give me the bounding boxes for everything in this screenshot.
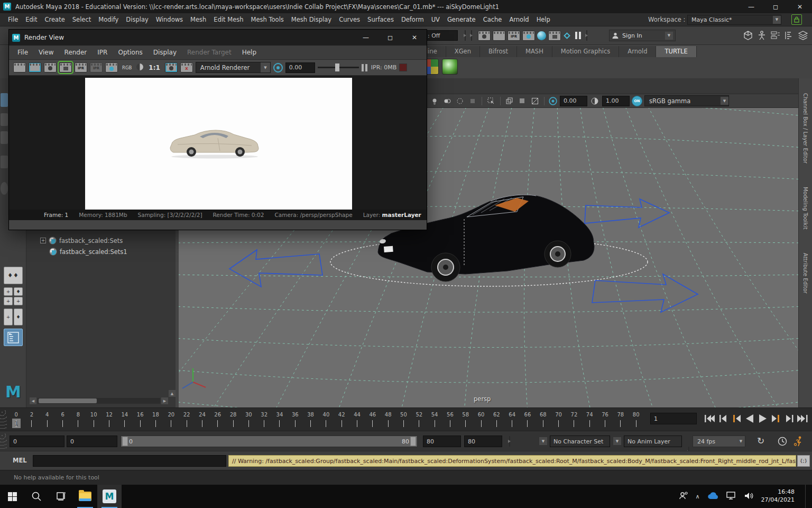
shelf-tab[interactable]: TURTLE xyxy=(656,46,696,57)
animation-start-field[interactable]: 0 xyxy=(10,436,64,447)
group-divider[interactable] xyxy=(471,30,472,41)
minimize-button[interactable]: — xyxy=(739,0,763,13)
display-exposure-icon[interactable] xyxy=(273,63,283,72)
timeline-tick[interactable]: 18 xyxy=(148,412,163,429)
render-view-menu-item[interactable]: Help xyxy=(237,49,262,56)
range-slider[interactable]: 0 80 xyxy=(121,436,418,447)
turtle-settings-icon[interactable] xyxy=(442,59,458,75)
gamma-icon[interactable] xyxy=(589,96,600,106)
timeline-tick[interactable]: 54 xyxy=(427,412,442,429)
copy-buffer-icon[interactable] xyxy=(504,96,515,106)
two-pane-layout-button[interactable]: + xyxy=(4,297,13,305)
taskbar-clock[interactable]: 16:48 27/04/2021 xyxy=(761,485,798,508)
shelf-tab[interactable]: MASH xyxy=(517,46,552,57)
drag-grip[interactable] xyxy=(0,433,7,449)
symmetry-field[interactable]: : Off xyxy=(424,30,458,41)
timeline-tick[interactable]: 22 xyxy=(179,412,194,429)
view-transform-dropdown[interactable]: sRGB gamma ▼ xyxy=(644,95,729,106)
menu-item[interactable]: Mesh Tools xyxy=(247,16,288,23)
paste-buffer-icon[interactable] xyxy=(517,96,528,106)
render-view-menu-item[interactable]: Render Target xyxy=(182,49,237,56)
lasso-tool-icon[interactable] xyxy=(1,113,8,126)
split-left-layout-button[interactable]: + xyxy=(4,309,13,325)
timeline-tick[interactable]: 58 xyxy=(458,412,473,429)
sidebar-tab[interactable]: Channel Box / Layer Editor xyxy=(802,93,808,164)
expand-icon[interactable]: + xyxy=(40,238,46,243)
timeline-tick[interactable]: 40 xyxy=(318,412,334,429)
timeline-tick[interactable]: 48 xyxy=(381,412,396,429)
render-view-menu-item[interactable]: IPR xyxy=(92,49,113,56)
step-forward-key-button[interactable] xyxy=(770,413,782,424)
modeling-toolkit-icon[interactable] xyxy=(742,30,754,41)
timeline-tick[interactable]: 68 xyxy=(536,412,551,429)
command-language-toggle[interactable]: MEL xyxy=(13,457,27,464)
keep-image-icon[interactable] xyxy=(165,62,178,72)
render-view-canvas[interactable]: size: 960 x 540 zoom: 0.493 (Arnold Rend… xyxy=(9,76,427,220)
workspace-dropdown[interactable]: Maya Classic* ▼ xyxy=(687,15,781,25)
timeline-tick[interactable]: 2 xyxy=(24,412,39,429)
group-divider[interactable] xyxy=(465,30,466,41)
menu-item[interactable]: Display xyxy=(122,16,152,23)
menu-item[interactable]: Deform xyxy=(398,16,428,23)
timeline-tick[interactable]: 62 xyxy=(489,412,504,429)
render-view-menu-item[interactable]: Render xyxy=(59,49,93,56)
channel-box-icon[interactable] xyxy=(770,30,781,41)
go-to-start-button[interactable] xyxy=(704,413,716,424)
workspace-lock-icon[interactable] xyxy=(791,14,802,25)
timeline-tick[interactable]: 6 xyxy=(55,412,70,429)
timeline-tick[interactable]: 56 xyxy=(442,412,458,429)
viewport-gamma-field[interactable]: 1.00 xyxy=(602,96,630,106)
shelf-tab[interactable]: Bifrost xyxy=(480,46,517,57)
timeline-tick[interactable]: 12 xyxy=(102,412,117,429)
single-pane-layout-button[interactable]: ♦♦ xyxy=(4,267,23,284)
timeline-tick[interactable]: 36 xyxy=(288,412,303,429)
light-editor-icon[interactable] xyxy=(564,32,570,39)
render-settings-icon[interactable] xyxy=(105,62,118,72)
task-view-button[interactable] xyxy=(49,485,73,508)
shelf-tab[interactable]: Motion Graphics xyxy=(552,46,619,57)
maximize-button[interactable]: ◻ xyxy=(763,0,788,13)
timeline-tick[interactable]: 26 xyxy=(210,412,225,429)
menu-item[interactable]: Help xyxy=(533,16,554,23)
animation-preferences-icon[interactable] xyxy=(777,436,788,448)
render-view-menu-item[interactable]: File xyxy=(12,49,33,56)
humanik-icon[interactable] xyxy=(756,30,768,41)
render-view-menu-item[interactable]: Options xyxy=(113,49,147,56)
render-view-icon[interactable] xyxy=(478,31,491,41)
menu-item[interactable]: Curves xyxy=(335,16,364,23)
lighting-icon[interactable] xyxy=(429,96,440,106)
step-back-frame-button[interactable] xyxy=(717,413,730,424)
command-feedback-warning[interactable]: // Warning: /fastback_scaled:Group/fastb… xyxy=(228,455,796,467)
menu-item[interactable]: Arnold xyxy=(505,16,532,23)
render-current-frame-icon[interactable] xyxy=(493,31,505,41)
step-back-key-button[interactable] xyxy=(730,413,743,424)
menu-item[interactable]: Mesh Display xyxy=(288,16,335,23)
timeline-tick[interactable]: 14 xyxy=(117,412,132,429)
scroll-right-icon[interactable]: ▶ xyxy=(161,397,168,404)
menu-item[interactable]: Modify xyxy=(95,16,122,23)
file-explorer-button[interactable] xyxy=(73,485,97,508)
tool-settings-icon[interactable] xyxy=(783,30,795,41)
pause-viewport-icon[interactable] xyxy=(575,32,581,39)
timeline-tick[interactable]: 64 xyxy=(504,412,520,429)
menu-item[interactable]: Select xyxy=(69,16,95,23)
attribute-editor-icon[interactable] xyxy=(797,30,809,41)
shelf-tab[interactable]: Arnold xyxy=(619,46,656,57)
ipr-stop-button[interactable] xyxy=(399,64,407,71)
ipr-render-icon[interactable]: IPR xyxy=(508,31,520,41)
menu-item[interactable]: Windows xyxy=(152,16,187,23)
render-view-menu-item[interactable]: View xyxy=(33,49,59,56)
exposure-slider[interactable] xyxy=(318,67,359,68)
timeline-tick[interactable]: 10 xyxy=(86,412,102,429)
isolate-select-icon[interactable] xyxy=(486,96,496,106)
maximize-button[interactable]: ◻ xyxy=(378,30,402,46)
menu-item[interactable]: Cache xyxy=(479,16,506,23)
scroll-left-icon[interactable]: ◀ xyxy=(30,397,36,404)
character-set-menu-icon[interactable]: ▼ xyxy=(539,437,547,445)
outliner-persp-layout-button[interactable] xyxy=(4,329,23,346)
rotate-tool-icon[interactable] xyxy=(1,182,8,195)
exposure-icon[interactable] xyxy=(549,97,557,105)
paint-select-tool-icon[interactable] xyxy=(1,131,8,144)
render-region-icon[interactable] xyxy=(29,62,41,72)
timeline-tick[interactable]: 78 xyxy=(613,412,628,429)
